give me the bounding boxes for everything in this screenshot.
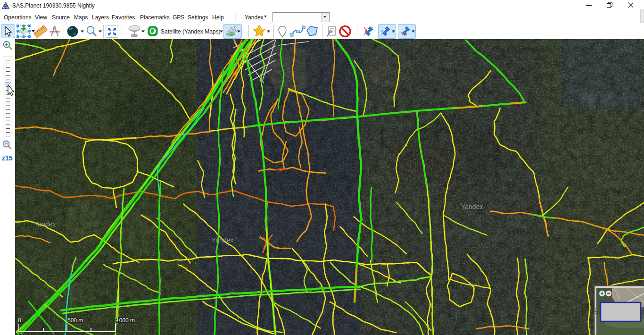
svg-text:1000 m: 1000 m <box>116 317 135 324</box>
svg-text:500 m: 500 m <box>67 317 83 324</box>
svg-text:0: 0 <box>18 317 21 324</box>
svg-text:z15: z15 <box>2 154 13 162</box>
svg-text:Yandex: Yandex <box>212 236 233 244</box>
svg-text:Yandex: Yandex <box>34 220 56 228</box>
svg-text:Yandex: Yandex <box>461 203 483 210</box>
